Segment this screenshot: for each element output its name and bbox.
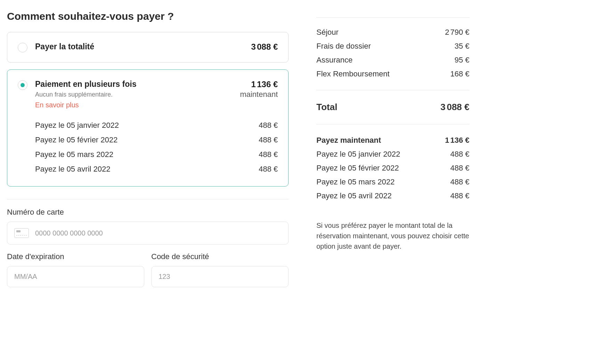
summary-label: Séjour bbox=[316, 28, 339, 37]
installment-amount: 488 € bbox=[259, 150, 278, 159]
cvc-label: Code de sécurité bbox=[151, 252, 289, 261]
card-number-input[interactable] bbox=[35, 229, 281, 237]
card-icon bbox=[14, 228, 29, 238]
summary-divider-mid bbox=[316, 90, 469, 90]
installment-row: Payez le 05 février 2022 488 € bbox=[35, 133, 278, 147]
expiry-input[interactable] bbox=[14, 273, 137, 281]
summary-value: 95 € bbox=[454, 56, 469, 65]
pay-full-amount: 3 088 € bbox=[251, 42, 278, 52]
summary-schedule-label: Payez le 05 février 2022 bbox=[316, 164, 399, 173]
installment-label: Payez le 05 avril 2022 bbox=[35, 165, 110, 174]
pay-full-option[interactable]: Payer la totalité 3 088 € bbox=[7, 32, 289, 63]
installment-label: Payez le 05 janvier 2022 bbox=[35, 121, 119, 130]
summary-row: Frais de dossier 35 € bbox=[316, 39, 469, 53]
expiry-label: Date d'expiration bbox=[7, 252, 144, 261]
installment-amount: 488 € bbox=[259, 121, 278, 130]
summary-value: 35 € bbox=[454, 42, 469, 51]
summary-label: Frais de dossier bbox=[316, 42, 371, 51]
summary-row: Assurance 95 € bbox=[316, 53, 469, 67]
pay-split-subtitle: Aucun frais supplémentaire. bbox=[35, 91, 233, 98]
pay-split-option[interactable]: Paiement en plusieurs fois Aucun frais s… bbox=[7, 69, 289, 187]
summary-total-row: Total 3 088 € bbox=[316, 99, 469, 115]
section-title: Comment souhaitez-vous payer ? bbox=[7, 10, 289, 22]
summary-schedule-row: Payez le 05 janvier 2022 488 € bbox=[316, 147, 469, 161]
pay-full-title: Payer la totalité bbox=[35, 42, 244, 51]
summary-schedule-value: 488 € bbox=[450, 164, 469, 173]
summary-schedule-row: Payez le 05 mars 2022 488 € bbox=[316, 175, 469, 189]
installment-label: Payez le 05 février 2022 bbox=[35, 135, 118, 144]
card-number-wrap[interactable] bbox=[7, 222, 289, 245]
summary-note: Si vous préférez payer le montant total … bbox=[316, 220, 469, 251]
pay-split-amount-sub: maintenant bbox=[240, 90, 278, 99]
pay-now-row: Payez maintenant 1 136 € bbox=[316, 133, 469, 147]
summary-total-value: 3 088 € bbox=[441, 102, 469, 113]
card-number-label: Numéro de carte bbox=[7, 208, 289, 217]
installment-amount: 488 € bbox=[259, 165, 278, 174]
summary-divider-mid2 bbox=[316, 124, 469, 124]
summary-schedule-value: 488 € bbox=[450, 191, 469, 200]
pay-now-label: Payez maintenant bbox=[316, 136, 381, 145]
summary-label: Assurance bbox=[316, 56, 353, 65]
pay-now-value: 1 136 € bbox=[445, 136, 469, 145]
summary-value: 2 790 € bbox=[445, 28, 469, 37]
summary-schedule-value: 488 € bbox=[450, 150, 469, 159]
summary-value: 168 € bbox=[450, 69, 469, 78]
radio-pay-full[interactable] bbox=[18, 43, 27, 52]
summary-schedule-row: Payez le 05 février 2022 488 € bbox=[316, 161, 469, 175]
installment-row: Payez le 05 mars 2022 488 € bbox=[35, 147, 278, 162]
summary-schedule-label: Payez le 05 janvier 2022 bbox=[316, 150, 400, 159]
pay-split-title: Paiement en plusieurs fois bbox=[35, 80, 233, 89]
radio-pay-split[interactable] bbox=[18, 80, 27, 90]
summary-row: Séjour 2 790 € bbox=[316, 25, 469, 39]
summary-row: Flex Remboursement 168 € bbox=[316, 67, 469, 81]
summary-label: Flex Remboursement bbox=[316, 69, 389, 78]
pay-split-amount: 1 136 € bbox=[240, 80, 278, 89]
summary-schedule-value: 488 € bbox=[450, 177, 469, 187]
learn-more-link[interactable]: En savoir plus bbox=[35, 101, 79, 109]
divider bbox=[7, 199, 289, 199]
cvc-wrap[interactable] bbox=[151, 266, 289, 287]
summary-schedule-label: Payez le 05 avril 2022 bbox=[316, 191, 392, 200]
summary-divider-top bbox=[316, 17, 469, 18]
installment-row: Payez le 05 janvier 2022 488 € bbox=[35, 118, 278, 133]
installment-label: Payez le 05 mars 2022 bbox=[35, 150, 113, 159]
summary-schedule-label: Payez le 05 mars 2022 bbox=[316, 177, 395, 187]
expiry-wrap[interactable] bbox=[7, 266, 144, 287]
cvc-input[interactable] bbox=[159, 273, 281, 281]
summary-total-label: Total bbox=[316, 102, 337, 113]
installment-amount: 488 € bbox=[259, 135, 278, 144]
installment-row: Payez le 05 avril 2022 488 € bbox=[35, 162, 278, 176]
summary-schedule-row: Payez le 05 avril 2022 488 € bbox=[316, 189, 469, 203]
